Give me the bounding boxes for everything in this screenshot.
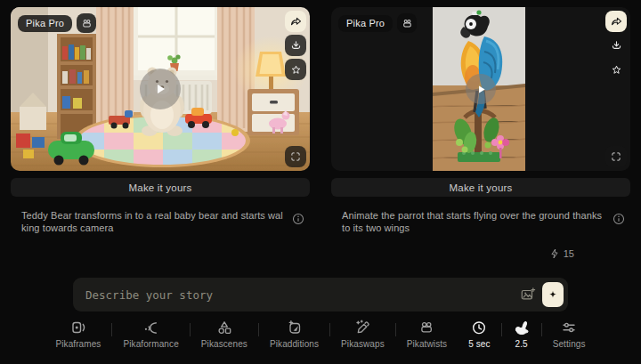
twists-icon [418, 320, 434, 336]
toolbar-item-pikadditions[interactable]: Pikadditions [259, 318, 329, 351]
toolbar-item-settings[interactable]: Settings [542, 318, 596, 351]
star-icon [610, 63, 623, 77]
pika-rabbit-icon [513, 320, 531, 336]
share-button[interactable] [285, 11, 306, 32]
share-icon [610, 15, 623, 28]
card-badges: Pika Pro [338, 13, 417, 33]
additions-icon [287, 320, 303, 336]
toolbar-item-pikaformance[interactable]: Pikaformance [112, 318, 189, 351]
video-thumbnail-lego-parrot[interactable]: Pika Pro [331, 7, 630, 171]
credits-value: 15 [564, 248, 574, 259]
pika-pro-badge: Pika Pro [18, 15, 72, 32]
settings-sliders-icon [561, 320, 577, 336]
info-icon [292, 213, 304, 225]
prompt-row: Teddy Bear transforms in to a real baby … [11, 210, 310, 234]
prompt-input[interactable] [73, 278, 504, 311]
pika-pro-badge: Pika Pro [338, 15, 393, 32]
pikatwists-feature-badge [77, 13, 96, 33]
toolbar-item-pikatwists[interactable]: Pikatwists [396, 318, 458, 351]
scenes-icon [216, 320, 232, 336]
fullscreen-button[interactable] [285, 146, 306, 167]
share-button[interactable] [605, 11, 627, 32]
pika-app: Pika Pro [0, 0, 641, 364]
duration-clock-icon [471, 320, 487, 336]
play-icon [153, 82, 167, 96]
fullscreen-button[interactable] [605, 146, 627, 167]
star-icon [289, 63, 303, 77]
lightning-bolt-icon [549, 247, 560, 260]
mode-toolbar: Pikaframes Pikaformance Pikascenes [0, 318, 641, 351]
info-button[interactable] [292, 213, 304, 225]
video-thumbnail-teddy-bear[interactable]: Pika Pro [11, 7, 310, 171]
video-prompt-text: Animate the parrot that starts flying ov… [342, 210, 607, 234]
play-icon [475, 84, 487, 95]
prompt-bar [73, 278, 568, 311]
toolbar-item-pikaswaps[interactable]: Pikaswaps [330, 318, 395, 351]
toolbar-item-pikaframes[interactable]: Pikaframes [45, 318, 111, 351]
card-badges: Pika Pro [18, 13, 96, 33]
generate-button[interactable] [542, 282, 564, 307]
video-card-teddy-bear: Pika Pro [11, 7, 310, 234]
toolbar-item-model-version[interactable]: 2.5 [502, 318, 541, 351]
download-icon [610, 39, 623, 53]
card-action-buttons [605, 11, 627, 80]
video-prompt-text: Teddy Bear transforms in to a real baby … [21, 210, 287, 234]
favorite-button[interactable] [605, 59, 627, 80]
video-card-lego-parrot: Pika Pro [331, 7, 630, 260]
expand-icon [289, 150, 302, 163]
image-plus-icon [520, 287, 536, 303]
credits-cost: 15 [331, 247, 630, 260]
card-action-buttons [285, 11, 306, 80]
make-it-yours-button[interactable]: Make it yours [331, 178, 630, 197]
download-icon [289, 39, 303, 53]
prompt-row: Animate the parrot that starts flying ov… [331, 210, 630, 234]
favorite-button[interactable] [285, 59, 306, 80]
pikatwists-feature-badge [397, 13, 417, 33]
sparkle-icon [548, 288, 558, 302]
toolbar-item-duration[interactable]: 5 sec [458, 318, 500, 351]
pikatwists-icon [402, 18, 413, 29]
download-button[interactable] [285, 35, 306, 56]
performance-icon [143, 320, 159, 336]
add-image-button[interactable] [520, 287, 536, 303]
info-icon [613, 213, 625, 225]
pikatwists-icon [81, 18, 93, 29]
play-button[interactable] [140, 69, 181, 109]
play-button[interactable] [466, 74, 496, 104]
toolbar-item-pikascenes[interactable]: Pikascenes [191, 318, 258, 351]
swaps-icon [354, 320, 370, 336]
expand-icon [610, 150, 622, 163]
frames-icon [70, 320, 86, 336]
info-button[interactable] [613, 213, 625, 225]
download-button[interactable] [605, 35, 627, 56]
share-icon [289, 15, 303, 28]
make-it-yours-button[interactable]: Make it yours [11, 178, 310, 197]
